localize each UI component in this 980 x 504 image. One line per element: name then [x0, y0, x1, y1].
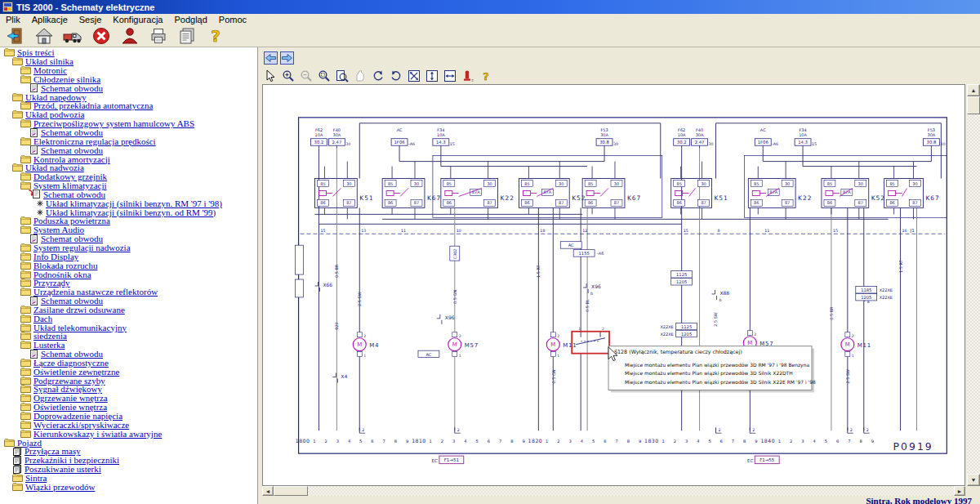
tree-item[interactable]: Przyrządy — [0, 279, 257, 288]
fuse-F53[interactable]: F5330A30.830 — [596, 127, 618, 149]
tree-item[interactable]: Schemat obwodu — [0, 190, 257, 199]
tree-item[interactable]: Schemat obwodu — [0, 350, 257, 359]
help-tool[interactable]: ? — [479, 69, 492, 83]
tree-item[interactable]: Łącze diagnostyczne — [0, 359, 257, 368]
relay-K22[interactable]: 8530868787AK22 — [748, 162, 812, 220]
tree-item[interactable]: Układ nadwozia — [0, 163, 257, 172]
relay-K22[interactable]: 8530868787AK22 — [441, 162, 514, 220]
schematic-drawing[interactable]: 151311101812158111516F6210A30.230F4030A2… — [263, 85, 964, 485]
tree-item[interactable]: Kontrola amortyzacji — [0, 154, 257, 163]
tree-item[interactable]: Chłodzenie silnika — [0, 75, 257, 84]
connector-X4[interactable]: X4 — [332, 373, 347, 383]
fit-height-tool[interactable] — [425, 69, 439, 83]
tree-item[interactable]: Przyłącza masy — [0, 447, 257, 456]
vertical-scroll-thumb[interactable] — [967, 96, 980, 114]
zoom-page-tool[interactable] — [335, 69, 349, 83]
tree-item[interactable]: Układ telekomunikacyjny — [0, 323, 257, 332]
titlebar[interactable]: TIS 2000 - Schematy elektryczne — [0, 0, 980, 14]
tree-item[interactable]: Układ klimatyzacji (silniki benzyn. RM '… — [0, 198, 257, 207]
tree-item[interactable]: System regulacji nadwozia — [0, 243, 257, 252]
tree-item[interactable]: Układ klimatyzacji (silniki benzyn. od R… — [0, 207, 257, 216]
tree-item[interactable]: Motronic — [0, 66, 257, 75]
tree-item[interactable]: Dach — [0, 314, 257, 323]
connector-X88[interactable]: X88b — [712, 290, 730, 302]
tree-item[interactable]: System klimatyzacji — [0, 181, 257, 190]
footer-tag[interactable]: ECF1→51 — [432, 456, 464, 463]
motor-M4[interactable]: 2M1M4 — [353, 332, 379, 358]
tree-item[interactable]: Przeciwpoślizgowy system hamulcowy ABS — [0, 119, 257, 128]
menu-item-sesje[interactable]: Sesje — [74, 15, 108, 25]
exit-button[interactable] — [4, 25, 27, 47]
fuse-F40[interactable]: F4030A2.4730 — [328, 127, 350, 149]
vehicle-button[interactable] — [61, 25, 84, 47]
tree-item[interactable]: Układ podwozia — [0, 110, 257, 119]
fuse-F34[interactable]: F3410A14.315 — [433, 127, 455, 149]
fuse-F53[interactable]: F5330A30.830 — [923, 127, 945, 149]
scroll-right-button[interactable]: ► — [954, 486, 965, 496]
tree-item[interactable]: Info Display — [0, 252, 257, 261]
menu-item-plik[interactable]: Plik — [0, 15, 26, 25]
tree-item-label[interactable]: Wiązki przewodów — [25, 482, 95, 492]
menu-item-podgląd[interactable]: Podgląd — [168, 15, 212, 25]
tree-item[interactable]: Wiązki przewodów — [0, 482, 257, 491]
relay-K67[interactable]: 85308687K67 — [582, 162, 641, 220]
menu-item-pomoc[interactable]: Pomoc — [213, 15, 252, 25]
tree-item[interactable]: Sygnał dźwiękowy — [0, 385, 257, 394]
tree-item[interactable]: Ogrzewanie wnętrza — [0, 394, 257, 403]
tree-item[interactable]: Schemat obwodu — [0, 297, 257, 306]
select-tool[interactable] — [263, 69, 277, 83]
tree-item[interactable]: Dodatkowy grzejnik — [0, 172, 257, 181]
relay-K67[interactable]: 85308687K67 — [382, 162, 441, 220]
hotspots-tool[interactable] — [461, 69, 474, 83]
relay-K51[interactable]: 85308687K51 — [314, 162, 373, 220]
tree-item[interactable]: Doprowadzenie napięcia — [0, 412, 257, 421]
tree-item[interactable]: Układ napędowy — [0, 92, 257, 101]
horizontal-scroll-thumb[interactable] — [274, 486, 308, 496]
tree-item[interactable]: Lusterka — [0, 341, 257, 350]
tree-item[interactable]: siedzenia — [0, 332, 257, 341]
tree-item[interactable]: Urządzenia nastawcze reflektorów — [0, 288, 257, 297]
tree-item[interactable]: Schemat obwodu — [0, 145, 257, 154]
print-button[interactable] — [147, 25, 170, 47]
tree-item[interactable]: Sintra — [0, 474, 257, 483]
tree-item[interactable]: Elektroniczna regulacja prędkości — [0, 136, 257, 145]
user-button[interactable] — [118, 25, 141, 47]
tree-item[interactable]: Podgrzewane szyby — [0, 376, 257, 385]
vertical-scrollbar[interactable]: ▲ ▼ — [967, 84, 980, 486]
tree-item[interactable]: Blokada rozruchu — [0, 261, 257, 270]
footer-tag[interactable]: ECF1→55 — [747, 456, 779, 463]
help-button[interactable]: ? — [204, 25, 227, 47]
motor-M57[interactable]: 2M1M57 — [448, 332, 479, 358]
tree-item[interactable]: Poszukiwanie usterki — [0, 465, 257, 474]
tree-item[interactable]: Poduszka powietrzna — [0, 216, 257, 225]
scroll-left-button[interactable]: ◄ — [262, 486, 274, 496]
connector-X66[interactable]: X66 — [314, 282, 332, 292]
tree-item[interactable]: Układ silnika — [0, 57, 257, 66]
fuse-F40[interactable]: F4030A2.4730 — [692, 127, 714, 149]
home-button[interactable] — [33, 25, 56, 47]
schematic-canvas[interactable]: 151311101812158111516F6210A30.230F4030A2… — [262, 84, 965, 486]
rotate-cw-tool[interactable] — [389, 69, 403, 83]
horizontal-scrollbar[interactable]: ◄ ► — [262, 486, 965, 496]
tree-item[interactable]: Przód, przekładnia automatyczna — [0, 101, 257, 110]
fuse-AC[interactable]: AC1F06-A6 — [755, 127, 778, 149]
relay-K52[interactable]: 8530868787AK52 — [519, 162, 586, 220]
tree-item[interactable]: Oświetlenie wnętrza — [0, 403, 257, 412]
tree-item[interactable]: System Audio — [0, 225, 257, 234]
cancel-button[interactable] — [90, 25, 113, 47]
menu-item-konfiguracja[interactable]: Konfiguracja — [107, 15, 168, 25]
tree-item[interactable]: Podnośnik okna — [0, 270, 257, 279]
relay-K52[interactable]: 8530868787AK52 — [822, 162, 885, 220]
switch-S128-highlighted[interactable]: 12 — [572, 327, 609, 354]
tree-item[interactable]: Pojazd — [0, 438, 257, 447]
tree-item[interactable]: Schemat obwodu — [0, 83, 257, 92]
fit-window-tool[interactable] — [407, 69, 421, 83]
tree-item[interactable]: Zasilane drzwi odsuwane — [0, 305, 257, 314]
fuse-F34[interactable]: F3410A14.315 — [795, 127, 817, 149]
scroll-down-button[interactable]: ▼ — [967, 474, 980, 486]
zoom-window-tool[interactable] — [317, 69, 331, 83]
relay-K67[interactable]: 85308687K67 — [884, 162, 940, 220]
fit-width-tool[interactable] — [443, 69, 457, 83]
rotate-ccw-tool[interactable] — [371, 69, 385, 83]
tree-item-label[interactable]: Kierunkowskazy i światła awaryjne — [33, 429, 162, 439]
